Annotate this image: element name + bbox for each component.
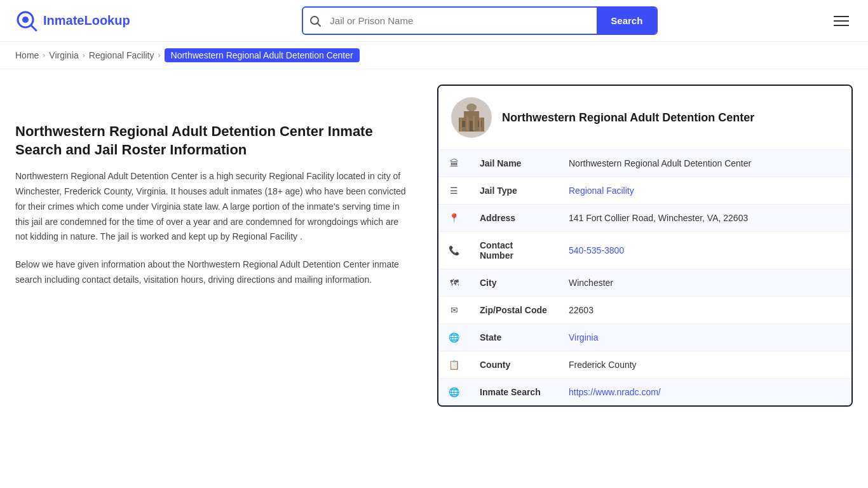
page-description-2: Below we have given information about th…	[15, 257, 409, 288]
svg-rect-13	[466, 116, 468, 130]
card-title: Northwestern Regional Adult Detention Ce…	[502, 111, 754, 125]
table-row: 🌐Inmate Searchhttps://www.nradc.com/	[438, 379, 851, 406]
state-icon: 🌐	[438, 324, 470, 351]
row-value[interactable]: Regional Facility	[559, 177, 851, 205]
svg-point-3	[311, 17, 318, 24]
search-icon	[303, 10, 327, 32]
search-wrapper: Search	[302, 6, 658, 35]
info-card: Northwestern Regional Adult Detention Ce…	[437, 85, 853, 407]
svg-line-4	[318, 24, 320, 26]
table-row: 🌐StateVirginia	[438, 324, 851, 351]
jail-icon: 🏛	[438, 150, 470, 177]
logo[interactable]: InmateLookup	[15, 10, 130, 32]
row-link[interactable]: https://www.nradc.com/	[569, 387, 661, 397]
row-label: Jail Type	[470, 177, 559, 205]
row-value[interactable]: Virginia	[559, 324, 851, 351]
search-button[interactable]: Search	[597, 8, 656, 34]
row-label: Address	[470, 205, 559, 232]
table-row: ☰Jail TypeRegional Facility	[438, 177, 851, 205]
address-icon: 📍	[438, 205, 470, 232]
row-link[interactable]: Regional Facility	[569, 186, 634, 196]
table-row: 🏛Jail NameNorthwestern Regional Adult De…	[438, 150, 851, 177]
building-icon	[452, 98, 491, 137]
card-header: Northwestern Regional Adult Detention Ce…	[438, 86, 851, 150]
left-panel: Northwestern Regional Adult Detention Ce…	[15, 85, 422, 407]
table-row: 📍Address141 Fort Collier Road, Wincheste…	[438, 205, 851, 232]
table-row: 🗺CityWinchester	[438, 269, 851, 297]
row-value: Winchester	[559, 269, 851, 297]
type-icon: ☰	[438, 177, 470, 205]
row-value[interactable]: 540-535-3800	[559, 232, 851, 269]
breadcrumb-home[interactable]: Home	[15, 50, 39, 60]
row-link[interactable]: Virginia	[569, 332, 598, 342]
right-panel: Northwestern Regional Adult Detention Ce…	[437, 85, 853, 407]
table-row: 📋CountyFrederick County	[438, 351, 851, 379]
facility-image	[451, 97, 492, 138]
row-label: Jail Name	[470, 150, 559, 177]
logo-text: InmateLookup	[43, 13, 130, 28]
zip-icon: ✉	[438, 297, 470, 324]
row-value: Frederick County	[559, 351, 851, 379]
county-icon: 📋	[438, 351, 470, 379]
svg-rect-15	[479, 118, 481, 132]
row-value: Northwestern Regional Adult Detention Ce…	[559, 150, 851, 177]
search-area: Search	[302, 6, 658, 35]
city-icon: 🗺	[438, 269, 470, 297]
page-description-1: Northwestern Regional Adult Detention Ce…	[15, 169, 409, 245]
row-label: State	[470, 324, 559, 351]
row-label: Contact Number	[470, 232, 559, 269]
row-value: 22603	[559, 297, 851, 324]
svg-point-16	[466, 104, 477, 111]
menu-button[interactable]	[830, 12, 853, 30]
svg-rect-12	[460, 118, 462, 132]
logo-icon	[15, 10, 38, 32]
row-label: County	[470, 351, 559, 379]
main-content: Northwestern Regional Adult Detention Ce…	[0, 69, 868, 432]
svg-rect-14	[473, 116, 475, 130]
page-title: Northwestern Regional Adult Detention Ce…	[15, 123, 409, 159]
table-row: ✉Zip/Postal Code22603	[438, 297, 851, 324]
row-value[interactable]: https://www.nradc.com/	[559, 379, 851, 406]
svg-line-2	[31, 25, 36, 30]
breadcrumb-current: Northwestern Regional Adult Detention Ce…	[165, 48, 360, 62]
search-input[interactable]	[327, 9, 597, 32]
row-value: 141 Fort Collier Road, Winchester, VA, 2…	[559, 205, 851, 232]
web-icon: 🌐	[438, 379, 470, 406]
phone-icon: 📞	[438, 232, 470, 269]
row-link[interactable]: 540-535-3800	[569, 245, 624, 255]
svg-point-1	[22, 17, 29, 23]
table-row: 📞Contact Number540-535-3800	[438, 232, 851, 269]
breadcrumb: Home › Virginia › Regional Facility › No…	[0, 42, 868, 69]
row-label: City	[470, 269, 559, 297]
row-label: Inmate Search	[470, 379, 559, 406]
info-table: 🏛Jail NameNorthwestern Regional Adult De…	[438, 150, 851, 405]
chevron-icon: ›	[83, 51, 85, 60]
chevron-icon: ›	[158, 51, 161, 60]
row-label: Zip/Postal Code	[470, 297, 559, 324]
chevron-icon: ›	[43, 51, 45, 60]
breadcrumb-state[interactable]: Virginia	[49, 50, 78, 60]
site-header: InmateLookup Search	[0, 0, 868, 42]
breadcrumb-type[interactable]: Regional Facility	[89, 50, 154, 60]
